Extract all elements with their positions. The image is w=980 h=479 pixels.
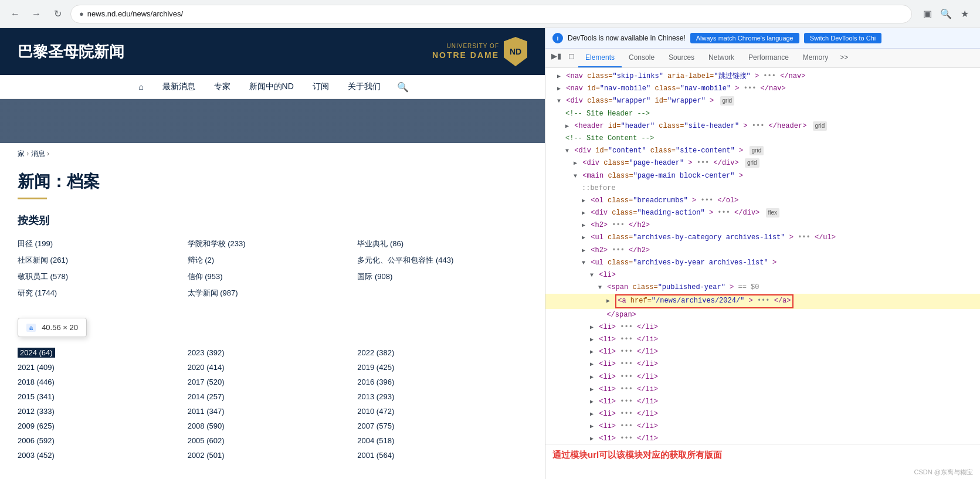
year-link-2017[interactable]: 2017 (520) bbox=[188, 378, 225, 386]
more-tabs-button[interactable]: >> bbox=[835, 49, 853, 67]
breadcrumb-home[interactable]: 家 bbox=[18, 150, 25, 158]
dom-line-header[interactable]: <header id="header" class="site-header" … bbox=[545, 120, 980, 133]
expand-arrow[interactable] bbox=[557, 97, 561, 106]
year-link-2011[interactable]: 2011 (347) bbox=[188, 407, 225, 416]
bookmark-button[interactable]: ★ bbox=[957, 6, 973, 22]
expand-arrow[interactable] bbox=[574, 172, 577, 181]
year-link-2001[interactable]: 2001 (564) bbox=[357, 451, 394, 460]
category-link[interactable]: 辩论 (2) bbox=[188, 256, 215, 264]
category-link[interactable]: 社区新闻 (261) bbox=[18, 256, 68, 264]
year-link-2003[interactable]: 2003 (452) bbox=[18, 451, 55, 460]
dom-line-li-7[interactable]: <li> ••• </li> bbox=[545, 383, 980, 396]
expand-arrow[interactable] bbox=[590, 385, 594, 395]
dom-line-page-header[interactable]: <div class="page-header" > ••• </div> gr… bbox=[545, 157, 980, 169]
year-link-2022[interactable]: 2022 (382) bbox=[357, 348, 394, 357]
expand-arrow[interactable] bbox=[582, 246, 585, 256]
expand-arrow[interactable] bbox=[565, 147, 569, 156]
category-link[interactable]: 多元化、公平和包容性 (443) bbox=[357, 256, 453, 264]
expand-arrow[interactable] bbox=[565, 122, 569, 131]
dom-line-li-6[interactable]: <li> ••• </li> bbox=[545, 371, 980, 383]
search-icon[interactable]: 🔍 bbox=[397, 81, 409, 93]
dom-line-published-year[interactable]: <span class="published-year" > == $0 bbox=[545, 281, 980, 294]
expand-arrow[interactable] bbox=[590, 398, 594, 407]
expand-arrow[interactable] bbox=[557, 72, 561, 81]
tab-performance[interactable]: Performance bbox=[741, 49, 796, 67]
year-link-2012[interactable]: 2012 (333) bbox=[18, 407, 55, 416]
category-link[interactable]: 太学新闻 (987) bbox=[188, 288, 238, 297]
switch-devtools-button[interactable]: Switch DevTools to Chi bbox=[804, 33, 882, 43]
year-link-2009[interactable]: 2009 (625) bbox=[18, 422, 55, 430]
dom-line-li-3[interactable]: <li> ••• </li> bbox=[545, 334, 980, 346]
dom-line-archive-2024-link[interactable]: <a href="/news/archives/2024/" > ••• </a… bbox=[545, 294, 980, 308]
expand-arrow[interactable] bbox=[590, 348, 594, 357]
year-link-2016[interactable]: 2016 (396) bbox=[357, 378, 394, 386]
year-link-2018[interactable]: 2018 (446) bbox=[18, 378, 55, 386]
expand-arrow[interactable] bbox=[590, 323, 594, 332]
device-toolbar-button[interactable]: ◻ bbox=[564, 49, 578, 63]
nav-latest-news[interactable]: 最新消息 bbox=[160, 79, 198, 94]
year-link-2007[interactable]: 2007 (575) bbox=[357, 422, 394, 430]
expand-arrow[interactable] bbox=[598, 283, 602, 293]
year-link-2013[interactable]: 2013 (293) bbox=[357, 392, 394, 401]
forward-button[interactable]: → bbox=[28, 6, 45, 22]
expand-arrow[interactable] bbox=[582, 209, 585, 218]
year-link-2014[interactable]: 2014 (257) bbox=[188, 392, 225, 401]
dom-line-li-9[interactable]: <li> ••• </li> bbox=[545, 408, 980, 420]
nav-nd-in-news[interactable]: 新闻中的ND bbox=[247, 79, 296, 94]
nav-experts[interactable]: 专家 bbox=[212, 79, 233, 94]
tab-elements[interactable]: Elements bbox=[578, 49, 622, 67]
screenshot-button[interactable]: ▣ bbox=[919, 6, 935, 22]
expand-arrow[interactable] bbox=[590, 373, 594, 382]
dom-line-skip-links[interactable]: <nav class="skip-links" aria-label="跳过链接… bbox=[545, 70, 980, 83]
dom-line-archives-by-category[interactable]: <ul class="archives-by-category archives… bbox=[545, 232, 980, 244]
expand-arrow[interactable] bbox=[582, 196, 585, 206]
expand-arrow[interactable] bbox=[574, 159, 577, 168]
expand-arrow[interactable] bbox=[557, 84, 561, 94]
tab-memory[interactable]: Memory bbox=[796, 49, 835, 67]
dom-line-li-5[interactable]: <li> ••• </li> bbox=[545, 358, 980, 371]
year-link-2005[interactable]: 2005 (602) bbox=[188, 436, 225, 445]
year-link-2023[interactable]: 2023 (392) bbox=[188, 348, 225, 357]
year-link-2019[interactable]: 2019 (425) bbox=[357, 363, 394, 372]
year-link-2021[interactable]: 2021 (409) bbox=[18, 363, 55, 372]
dom-line-content[interactable]: <div id="content" class="site-content" >… bbox=[545, 145, 980, 157]
dom-line-li-8[interactable]: <li> ••• </li> bbox=[545, 396, 980, 408]
reload-button[interactable]: ↻ bbox=[49, 6, 66, 22]
category-link[interactable]: 学院和学校 (233) bbox=[188, 239, 246, 248]
year-link-2015[interactable]: 2015 (341) bbox=[18, 392, 55, 401]
dom-line-li-10[interactable]: <li> ••• </li> bbox=[545, 420, 980, 433]
tab-network[interactable]: Network bbox=[701, 49, 741, 67]
category-link[interactable]: 毕业典礼 (86) bbox=[357, 239, 403, 248]
expand-arrow[interactable] bbox=[582, 233, 585, 243]
year-link-2024[interactable]: 2024 (64) bbox=[18, 348, 55, 358]
dom-line-wrapper[interactable]: <div class="wrapper" id="wrapper" > grid bbox=[545, 95, 980, 107]
dom-line-li-2[interactable]: <li> ••• </li> bbox=[545, 321, 980, 334]
category-link[interactable]: 田径 (199) bbox=[18, 239, 53, 248]
category-link[interactable]: 敬职员工 (578) bbox=[18, 272, 68, 281]
dom-line-span-close[interactable]: </span> bbox=[545, 309, 980, 321]
expand-arrow[interactable] bbox=[582, 259, 585, 268]
dom-line-page-main[interactable]: <main class="page-main block-center" > bbox=[545, 170, 980, 182]
dom-line-nav-mobile[interactable]: <nav id="nav-mobile" class="nav-mobile" … bbox=[545, 83, 980, 95]
year-link-2008[interactable]: 2008 (590) bbox=[188, 422, 225, 430]
match-language-button[interactable]: Always match Chrome's language bbox=[690, 33, 799, 43]
dom-line-li-4[interactable]: <li> ••• </li> bbox=[545, 346, 980, 358]
expand-arrow[interactable] bbox=[582, 221, 585, 230]
nav-subscribe[interactable]: 订阅 bbox=[310, 79, 331, 94]
year-link-2020[interactable]: 2020 (414) bbox=[188, 363, 225, 372]
tab-console[interactable]: Console bbox=[622, 49, 662, 67]
expand-arrow[interactable] bbox=[606, 297, 610, 306]
inspect-element-button[interactable]: ▶▮ bbox=[548, 49, 564, 63]
expand-arrow[interactable] bbox=[590, 422, 594, 432]
dom-line-li-1[interactable]: <li> bbox=[545, 269, 980, 281]
expand-arrow[interactable] bbox=[590, 271, 594, 280]
year-link-2010[interactable]: 2010 (472) bbox=[357, 407, 394, 416]
zoom-button[interactable]: 🔍 bbox=[938, 6, 954, 22]
address-bar[interactable]: ● news.nd.edu/news/archives/ bbox=[70, 5, 912, 23]
category-link[interactable]: 国际 (908) bbox=[357, 272, 392, 281]
expand-arrow[interactable] bbox=[590, 360, 594, 369]
dom-line-h2-2[interactable]: <h2> ••• </h2> bbox=[545, 244, 980, 257]
year-link-2006[interactable]: 2006 (592) bbox=[18, 436, 55, 445]
dom-line-li-11[interactable]: <li> ••• </li> bbox=[545, 433, 980, 444]
expand-arrow[interactable] bbox=[590, 335, 594, 345]
